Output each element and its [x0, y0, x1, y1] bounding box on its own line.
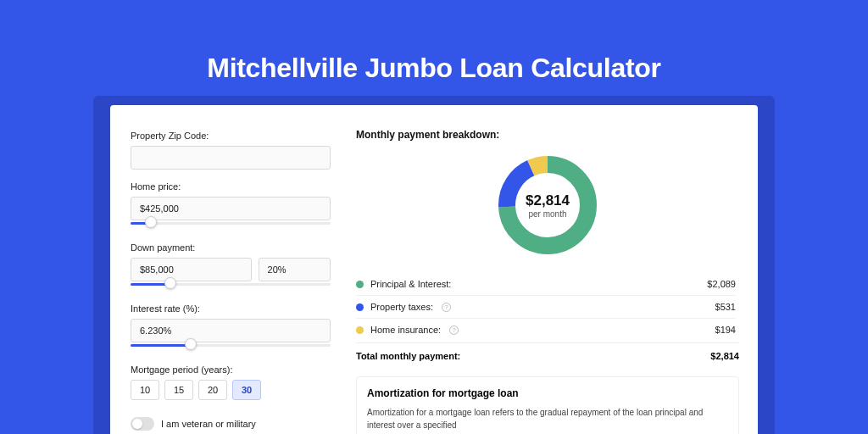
price-slider[interactable] — [131, 219, 331, 231]
down-slider[interactable] — [131, 280, 331, 292]
zip-input[interactable] — [131, 146, 331, 170]
breakdown-row: Home insurance:?$194 — [356, 319, 736, 341]
period-option-10[interactable]: 10 — [131, 380, 159, 400]
period-option-15[interactable]: 15 — [164, 380, 193, 400]
slider-thumb[interactable] — [185, 338, 197, 350]
price-label: Home price: — [131, 181, 331, 192]
slider-thumb[interactable] — [145, 216, 157, 228]
legend-dot — [356, 303, 364, 311]
rate-slider[interactable] — [131, 341, 331, 353]
info-icon[interactable]: ? — [442, 303, 451, 312]
breakdown-row: Property taxes:?$531 — [356, 296, 736, 319]
donut-chart: $2,814 per month — [497, 154, 598, 256]
amortization-card: Amortization for mortgage loan Amortizat… — [356, 376, 739, 434]
breakdown-row: Principal & Interest:$2,089 — [356, 273, 736, 296]
legend-dot — [356, 326, 364, 334]
donut-amount: $2,814 — [526, 192, 570, 209]
price-input[interactable] — [131, 197, 331, 220]
breakdown-total-row: Total monthly payment: $2,814 — [356, 342, 739, 364]
breakdown-title: Monthly payment breakdown: — [356, 129, 739, 141]
toggle-knob — [132, 419, 142, 429]
breakdown-value: $194 — [715, 325, 736, 335]
zip-label: Property Zip Code: — [131, 131, 331, 141]
legend-dot — [356, 281, 364, 288]
breakdown-list: Principal & Interest:$2,089Property taxe… — [356, 273, 739, 341]
slider-thumb[interactable] — [164, 277, 176, 289]
total-label: Total monthly payment: — [356, 351, 460, 361]
breakdown-value: $531 — [715, 302, 736, 312]
period-option-30[interactable]: 30 — [232, 380, 261, 400]
down-amount-input[interactable] — [131, 258, 252, 281]
breakdown-label: Principal & Interest: — [370, 279, 451, 289]
page-title: Mitchellville Jumbo Loan Calculator — [0, 0, 868, 84]
veteran-toggle[interactable] — [131, 417, 154, 431]
down-label: Down payment: — [131, 242, 331, 253]
breakdown-label: Property taxes: — [370, 302, 433, 312]
veteran-label: I am veteran or military — [161, 419, 256, 429]
donut-chart-wrap: $2,814 per month — [356, 147, 739, 273]
breakdown-label: Home insurance: — [370, 325, 441, 335]
period-option-20[interactable]: 20 — [198, 380, 227, 400]
calculator-card: Property Zip Code: Home price: Down paym… — [110, 105, 758, 434]
form-panel: Property Zip Code: Home price: Down paym… — [110, 105, 348, 434]
period-options: 10152030 — [131, 380, 331, 400]
amortization-title: Amortization for mortgage loan — [367, 387, 728, 399]
donut-sub: per month — [528, 209, 566, 219]
rate-label: Interest rate (%): — [131, 303, 331, 314]
results-panel: Monthly payment breakdown: $2,814 per mo… — [348, 105, 758, 434]
period-label: Mortgage period (years): — [131, 364, 331, 375]
info-icon[interactable]: ? — [449, 326, 459, 335]
total-value: $2,814 — [710, 351, 739, 361]
amortization-text: Amortization for a mortgage loan refers … — [367, 406, 728, 431]
breakdown-value: $2,089 — [707, 279, 736, 289]
rate-input[interactable] — [131, 319, 331, 342]
down-percent-input[interactable] — [259, 258, 331, 281]
